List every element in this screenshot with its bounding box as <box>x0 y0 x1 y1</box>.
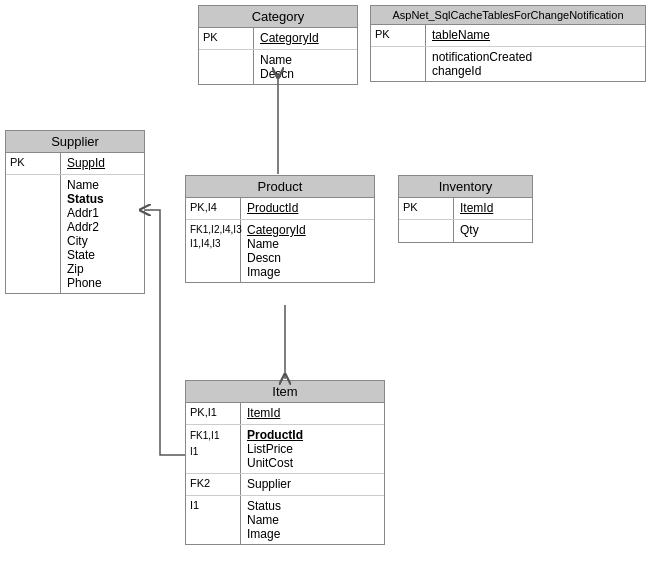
product-pk-field: ProductId <box>241 198 374 219</box>
supplier-pk-row: PK SuppId <box>6 153 144 175</box>
product-fk-label: FK1,I2,I4,I3I1,I4,I3 <box>186 220 241 282</box>
item-fk1-row: FK1,I1I1 ProductIdListPriceUnitCost <box>186 425 384 474</box>
aspnet-entity: AspNet_SqlCacheTablesForChangeNotificati… <box>370 5 646 82</box>
item-i1-label: I1 <box>186 496 241 544</box>
product-pk-label: PK,I4 <box>186 198 241 219</box>
inventory-fields-row: Qty <box>399 220 532 242</box>
supplier-pk-label: PK <box>6 153 61 174</box>
item-pk-label: PK,I1 <box>186 403 241 424</box>
aspnet-fields-row: notificationCreatedchangeId <box>371 47 645 81</box>
item-fk2-fields: Supplier <box>241 474 384 495</box>
supplier-pk-empty <box>6 175 61 293</box>
product-fields: CategoryIdNameDescnImage <box>241 220 374 282</box>
inventory-header: Inventory <box>399 176 532 198</box>
category-entity: Category PK CategoryId NameDescn <box>198 5 358 85</box>
item-pk-field: ItemId <box>241 403 384 424</box>
item-supplier-arrow <box>145 210 185 455</box>
inventory-entity: Inventory PK ItemId Qty <box>398 175 533 243</box>
item-entity: Item PK,I1 ItemId FK1,I1I1 ProductIdList… <box>185 380 385 545</box>
aspnet-header: AspNet_SqlCacheTablesForChangeNotificati… <box>371 6 645 25</box>
category-pk-label: PK <box>199 28 254 49</box>
supplier-entity: Supplier PK SuppId NameStatusAddr1Addr2C… <box>5 130 145 294</box>
category-fields-row: NameDescn <box>199 50 357 84</box>
supplier-header: Supplier <box>6 131 144 153</box>
category-fields: NameDescn <box>254 50 357 84</box>
product-header: Product <box>186 176 374 198</box>
supplier-fields: NameStatusAddr1Addr2CityStateZipPhone <box>61 175 144 293</box>
supplier-pk-field: SuppId <box>61 153 144 174</box>
inventory-pk-empty <box>399 220 454 242</box>
item-header: Item <box>186 381 384 403</box>
supplier-fields-row: NameStatusAddr1Addr2CityStateZipPhone <box>6 175 144 293</box>
category-pk-row: PK CategoryId <box>199 28 357 50</box>
item-fk2-label: FK2 <box>186 474 241 495</box>
item-fk1-label: FK1,I1I1 <box>186 425 241 473</box>
aspnet-pk-empty <box>371 47 426 81</box>
category-header: Category <box>199 6 357 28</box>
item-fk1-fields: ProductIdListPriceUnitCost <box>241 425 384 473</box>
inventory-pk-field: ItemId <box>454 198 532 219</box>
aspnet-pk-field: tableName <box>426 25 645 46</box>
aspnet-fields: notificationCreatedchangeId <box>426 47 645 81</box>
inventory-pk-label: PK <box>399 198 454 219</box>
item-fk2-row: FK2 Supplier <box>186 474 384 496</box>
item-i1-fields: StatusNameImage <box>241 496 384 544</box>
category-pk-field: CategoryId <box>254 28 357 49</box>
item-pk-row: PK,I1 ItemId <box>186 403 384 425</box>
inventory-fields: Qty <box>454 220 532 242</box>
product-fields-row: FK1,I2,I4,I3I1,I4,I3 CategoryIdNameDescn… <box>186 220 374 282</box>
product-entity: Product PK,I4 ProductId FK1,I2,I4,I3I1,I… <box>185 175 375 283</box>
aspnet-pk-row: PK tableName <box>371 25 645 47</box>
aspnet-pk-label: PK <box>371 25 426 46</box>
item-i1-row: I1 StatusNameImage <box>186 496 384 544</box>
inventory-pk-row: PK ItemId <box>399 198 532 220</box>
category-pk-empty <box>199 50 254 84</box>
product-pk-row: PK,I4 ProductId <box>186 198 374 220</box>
